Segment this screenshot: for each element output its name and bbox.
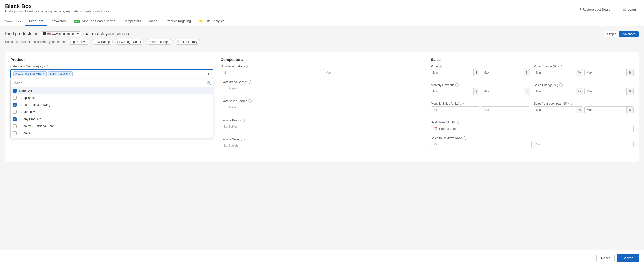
sellers-info-icon[interactable]: i	[246, 65, 249, 68]
number-of-sellers-section: Number of Sellers i	[221, 65, 423, 76]
sales-change-info-icon[interactable]: i	[559, 83, 563, 87]
list-item[interactable]: › Appliances	[11, 94, 213, 101]
remove-baby-tag[interactable]: ✕	[69, 72, 71, 75]
new-badge: New	[74, 20, 80, 23]
exclude-brands-input[interactable]	[221, 123, 423, 130]
seller-info-icon[interactable]: i	[248, 99, 252, 103]
sellers-max[interactable]	[323, 69, 423, 76]
preset-small-and-light[interactable]: Small and Light	[146, 39, 172, 45]
simple-advanced-toggle: Simple Advanced	[604, 31, 639, 37]
exclude-seller-input[interactable]	[221, 142, 423, 149]
list-item[interactable]: ✓ › Arts, Crafts & Sewing	[11, 101, 213, 108]
tab-products[interactable]: Products	[25, 17, 47, 26]
sales-yoy-max[interactable]	[585, 107, 626, 113]
price-change-max[interactable]	[585, 69, 626, 76]
sales-change-max[interactable]	[585, 88, 626, 95]
price-max[interactable]	[481, 69, 524, 76]
sales-change-label: Sales Change (%) i	[534, 83, 634, 87]
sales-to-reviews-info-icon[interactable]: i	[463, 136, 466, 140]
product-section-title: Product	[10, 57, 213, 62]
category-search-input[interactable]	[13, 81, 207, 85]
find-products-header: Find products on 🅰 🇺🇸 www.amazon.com ▾ t…	[5, 31, 200, 36]
exact-seller-input[interactable]	[221, 104, 423, 111]
tab-aba[interactable]: New ABA Top Search Terms	[70, 17, 119, 26]
sales-change-max-wrapper: %	[584, 88, 634, 95]
exclude-seller-info-icon[interactable]: i	[241, 138, 245, 141]
tab-elite-analytics[interactable]: 🌟 Elite Analytics	[195, 17, 228, 26]
revenue-max[interactable]	[481, 88, 524, 95]
sales-to-reviews-min[interactable]	[431, 141, 532, 148]
exact-brand-label: Exact Brand Search i	[221, 80, 423, 84]
books-checkbox[interactable]	[13, 131, 17, 135]
best-sales-info-icon[interactable]: i	[456, 121, 459, 124]
monthly-sales-min[interactable]	[431, 106, 479, 113]
list-item[interactable]: › Camera & Photo	[11, 137, 213, 138]
sales-to-reviews-section: Sales to Reviews Ratio i	[431, 136, 634, 148]
list-item[interactable]: › Beauty & Personal Care	[11, 123, 213, 130]
monthly-sales-info-icon[interactable]: i	[460, 102, 464, 105]
tab-product-targeting[interactable]: Product Targeting	[161, 17, 195, 26]
amazon-selector[interactable]: 🅰 🇺🇸 www.amazon.com ▾	[41, 31, 81, 36]
sales-to-reviews-max[interactable]	[533, 141, 634, 148]
calendar-icon: 📅	[434, 127, 438, 131]
restore-last-search-button[interactable]: ↺ Restore Last Search	[575, 6, 615, 13]
beauty-checkbox[interactable]	[13, 124, 17, 128]
price-change-info-icon[interactable]: i	[558, 65, 562, 68]
sales-change-max-suffix: %	[626, 88, 633, 95]
amazon-logo: 🅰	[43, 32, 46, 36]
price-label: Price i	[431, 65, 530, 68]
exact-brand-input[interactable]	[221, 85, 423, 92]
sellers-min[interactable]	[221, 69, 321, 76]
tab-niche[interactable]: Niche	[145, 17, 161, 26]
best-sales-month-label: Best Sales Month i	[431, 121, 634, 124]
category-info-icon[interactable]: i	[44, 65, 48, 68]
best-sales-date-input[interactable]	[439, 127, 631, 131]
category-select-box[interactable]: Arts, Crafts & Sewing ✕ Baby Products ✕ …	[10, 69, 213, 78]
preset-high-growth[interactable]: High Growth	[68, 39, 90, 45]
price-info-icon[interactable]: i	[439, 65, 442, 68]
appliances-checkbox[interactable]	[13, 96, 17, 100]
advanced-view-button[interactable]: Advanced	[619, 31, 639, 37]
price-change-label: Price Change (%) i	[534, 65, 634, 68]
list-item[interactable]: › Books	[11, 130, 213, 137]
monthly-revenue-info-icon[interactable]: i	[455, 83, 459, 87]
list-item[interactable]: ✓ › Baby Products	[11, 116, 213, 123]
expand-icon: ›	[19, 125, 19, 128]
expand-icon: ›	[19, 118, 19, 121]
sales-to-reviews-label: Sales to Reviews Ratio i	[431, 136, 634, 140]
price-max-suffix: $	[524, 69, 530, 76]
monthly-sales-row: Monthly Sales (units) i Sales Year over …	[431, 102, 634, 117]
arts-checkbox[interactable]: ✓	[13, 103, 17, 107]
tab-competitors[interactable]: Competitors	[119, 17, 145, 26]
preset-low-rating[interactable]: Low Rating	[92, 39, 112, 45]
revenue-min-wrapper: $	[431, 88, 479, 95]
preset-low-image-count[interactable]: Low Image Count	[115, 39, 144, 45]
list-item[interactable]: › Automotive	[11, 108, 213, 116]
automotive-checkbox[interactable]	[13, 110, 17, 114]
dropdown-search-area: 🔍	[11, 79, 213, 87]
tab-keywords[interactable]: Keywords	[47, 17, 70, 26]
revenue-min[interactable]	[431, 88, 473, 95]
brand-info-icon[interactable]: i	[249, 80, 252, 84]
filter-presets: Use a Filter Preset to accelerate your s…	[5, 39, 200, 45]
select-all-checkbox[interactable]: —	[13, 89, 17, 93]
baby-checkbox[interactable]: ✓	[13, 117, 17, 121]
best-sales-month-section: Best Sales Month i 📅	[431, 121, 634, 132]
monthly-sales-max[interactable]	[481, 106, 530, 113]
exclude-brands-info-icon[interactable]: i	[243, 119, 246, 122]
sales-yoy-min[interactable]	[534, 107, 576, 113]
select-all-item[interactable]: — Select All	[11, 87, 213, 94]
learn-button[interactable]: 📖 Learn	[619, 6, 639, 13]
simple-view-button[interactable]: Simple	[604, 31, 619, 37]
app-subtitle: Find a product to sell by evaluating pro…	[5, 10, 109, 13]
filter-library-button[interactable]: ☰ Filter Library	[174, 39, 200, 45]
sales-yoy-info-icon[interactable]: i	[568, 102, 572, 105]
sales-section: Sales Price i $	[431, 57, 634, 157]
expand-icon: ›	[19, 104, 19, 106]
sales-change-min-suffix: %	[576, 88, 583, 95]
price-min[interactable]	[431, 69, 473, 76]
price-change-min[interactable]	[534, 69, 576, 76]
sales-yoy-max-suffix: %	[626, 107, 633, 113]
remove-arts-tag[interactable]: ✕	[43, 72, 45, 75]
sales-change-min[interactable]	[534, 88, 576, 95]
